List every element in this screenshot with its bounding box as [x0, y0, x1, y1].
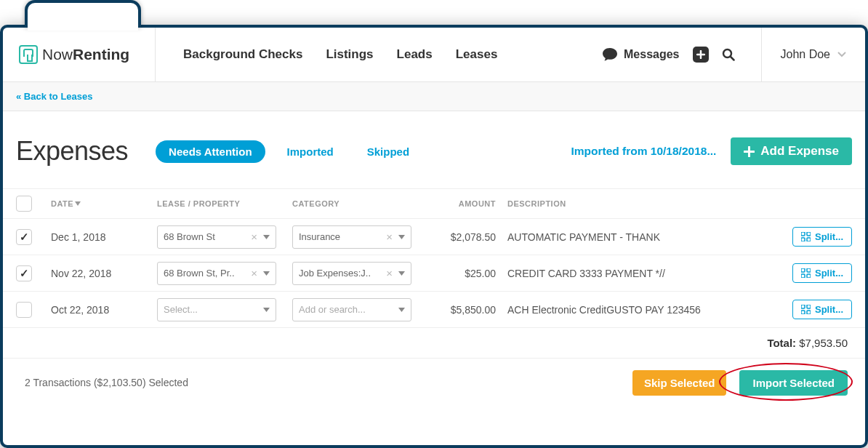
svg-rect-5	[807, 238, 811, 241]
expenses-table: DATE LEASE / PROPERTY CATEGORY AMOUNT DE…	[3, 188, 865, 407]
nav-links: Background Checks Listings Leads Leases	[156, 47, 602, 62]
category-select[interactable]: Insurance×	[292, 225, 411, 249]
user-menu[interactable]: John Doe	[761, 28, 866, 82]
row-checkbox[interactable]	[16, 265, 32, 281]
total-row: Total: $7,953.50	[3, 328, 865, 359]
row-date: Dec 1, 2018	[51, 231, 157, 243]
row-description: ACH Electronic CreditGUSTO PAY 123456	[507, 304, 773, 316]
sort-desc-icon	[75, 201, 81, 206]
messages-label: Messages	[624, 48, 680, 61]
skip-selected-button[interactable]: Skip Selected	[632, 370, 727, 396]
lease-select[interactable]: 68 Brown St, Pr..×	[157, 262, 276, 285]
caret-down-icon	[263, 271, 270, 276]
grid-icon	[801, 232, 811, 241]
import-selected-button[interactable]: Import Selected	[739, 370, 848, 396]
row-description: AUTOMATIC PAYMENT - THANK	[507, 231, 773, 243]
svg-rect-10	[801, 305, 805, 308]
plus-icon	[744, 146, 755, 157]
grid-icon	[801, 268, 811, 278]
row-amount: $2,078.50	[427, 231, 507, 243]
row-date: Nov 22, 2018	[51, 268, 157, 279]
search-icon[interactable]	[722, 48, 735, 61]
clear-icon[interactable]: ×	[383, 268, 395, 279]
table-header: DATE LEASE / PROPERTY CATEGORY AMOUNT DE…	[3, 188, 865, 219]
svg-rect-6	[801, 268, 805, 272]
lease-select[interactable]: 68 Brown St×	[157, 225, 276, 249]
chevron-down-icon	[837, 52, 846, 57]
table-row: Nov 22, 2018 68 Brown St, Pr..× Job Expe…	[3, 255, 865, 292]
back-to-leases-link[interactable]: « Back to Leases	[16, 91, 93, 102]
header-description: DESCRIPTION	[507, 199, 773, 208]
split-button[interactable]: Split...	[792, 300, 852, 319]
add-icon[interactable]	[693, 47, 709, 63]
page-title: Expenses	[16, 136, 128, 167]
svg-rect-3	[807, 232, 811, 236]
caret-down-icon	[263, 308, 270, 312]
add-expense-button[interactable]: Add Expense	[731, 137, 852, 165]
grid-icon	[801, 305, 811, 314]
header-category: CATEGORY	[292, 199, 427, 208]
row-date: Oct 22, 2018	[51, 304, 157, 316]
clear-icon[interactable]: ×	[248, 268, 260, 279]
selection-summary: 2 Transactions ($2,103.50) Selected	[20, 377, 632, 388]
messages-link[interactable]: Messages	[602, 47, 680, 62]
select-all-checkbox[interactable]	[16, 196, 32, 212]
table-row: Dec 1, 2018 68 Brown St× Insurance× $2,0…	[3, 219, 865, 255]
nav-background-checks[interactable]: Background Checks	[183, 47, 302, 62]
caret-down-icon	[398, 308, 405, 312]
split-button[interactable]: Split...	[792, 227, 852, 247]
svg-rect-12	[801, 311, 805, 314]
top-nav: NowRenting Background Checks Listings Le…	[3, 28, 865, 82]
row-description: CREDIT CARD 3333 PAYMENT *//	[507, 268, 773, 279]
svg-rect-11	[807, 305, 811, 308]
split-button[interactable]: Split...	[792, 263, 852, 283]
clear-icon[interactable]: ×	[383, 231, 395, 242]
user-name: John Doe	[781, 48, 831, 61]
tab-imported[interactable]: Imported	[276, 140, 345, 163]
svg-rect-4	[801, 238, 805, 241]
row-checkbox[interactable]	[16, 229, 32, 245]
logo[interactable]: NowRenting	[3, 28, 156, 82]
imported-from-link[interactable]: Imported from 10/18/2018...	[571, 145, 716, 158]
lease-select[interactable]: Select...	[157, 298, 276, 321]
row-checkbox[interactable]	[16, 302, 32, 318]
clear-icon[interactable]: ×	[248, 231, 260, 242]
svg-rect-13	[807, 311, 811, 314]
nav-listings[interactable]: Listings	[326, 47, 373, 62]
browser-tab	[25, 0, 141, 28]
chat-icon	[602, 47, 618, 62]
logo-icon	[19, 45, 38, 64]
nav-leases[interactable]: Leases	[456, 47, 498, 62]
svg-line-1	[731, 57, 734, 60]
table-row: Oct 22, 2018 Select... Add or search... …	[3, 292, 865, 328]
caret-down-icon	[263, 235, 270, 239]
svg-rect-8	[801, 274, 805, 278]
subnav: « Back to Leases	[3, 82, 865, 111]
caret-down-icon	[398, 271, 405, 276]
tab-needs-attention[interactable]: Needs Attention	[156, 140, 265, 163]
row-amount: $5,850.00	[427, 304, 507, 316]
caret-down-icon	[398, 235, 405, 239]
header-date[interactable]: DATE	[51, 199, 157, 208]
header-amount: AMOUNT	[427, 199, 507, 208]
nav-leads[interactable]: Leads	[397, 47, 433, 62]
footer-row: 2 Transactions ($2,103.50) Selected Skip…	[3, 359, 865, 407]
category-select[interactable]: Job Expenses:J..×	[292, 262, 411, 285]
category-select[interactable]: Add or search...	[292, 298, 411, 321]
header-lease: LEASE / PROPERTY	[157, 199, 292, 208]
svg-rect-9	[807, 274, 811, 278]
page-header: Expenses Needs Attention Imported Skippe…	[3, 136, 865, 167]
tab-skipped[interactable]: Skipped	[355, 140, 421, 163]
svg-rect-7	[807, 268, 811, 272]
svg-rect-2	[801, 232, 805, 236]
row-amount: $25.00	[427, 268, 507, 279]
